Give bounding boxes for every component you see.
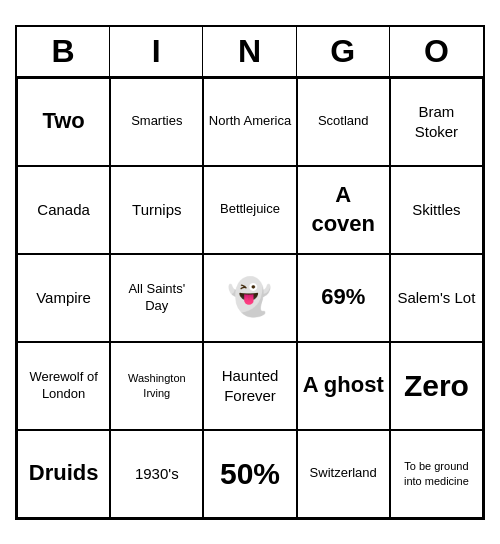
cell-text: Switzerland [310,465,377,482]
cell-text: All Saints' Day [115,281,198,315]
cell-text: Vampire [36,288,91,308]
cell-text: Scotland [318,113,369,130]
cell-text: Salem's Lot [397,288,475,308]
cell-text: Bettlejuice [220,201,280,218]
bingo-cell: Haunted Forever [203,342,296,430]
cell-text: Bram Stoker [395,102,478,141]
cell-text: Washington Irving [115,371,198,400]
ghost-icon: 👻 [227,274,272,321]
cell-text: A coven [302,181,385,238]
bingo-cell: A coven [297,166,390,254]
header-letter: G [297,27,390,76]
cell-text: Zero [404,366,469,405]
bingo-cell: North America [203,78,296,166]
bingo-cell: 👻 [203,254,296,342]
bingo-cell: Zero [390,342,483,430]
cell-text: Skittles [412,200,460,220]
bingo-cell: Werewolf of London [17,342,110,430]
bingo-cell: 50% [203,430,296,518]
cell-text: North America [209,113,291,130]
cell-text: Werewolf of London [22,369,105,403]
bingo-cell: A ghost [297,342,390,430]
bingo-cell: Scotland [297,78,390,166]
header-letter: I [110,27,203,76]
cell-text: 50% [220,454,280,493]
cell-text: Turnips [132,200,181,220]
bingo-cell: Canada [17,166,110,254]
cell-text: Canada [37,200,90,220]
cell-text: A ghost [303,371,384,400]
bingo-cell: All Saints' Day [110,254,203,342]
cell-text: Two [42,107,84,136]
bingo-cell: Switzerland [297,430,390,518]
bingo-cell: Salem's Lot [390,254,483,342]
bingo-cell: 1930's [110,430,203,518]
cell-text: 69% [321,283,365,312]
bingo-cell: 69% [297,254,390,342]
bingo-cell: Turnips [110,166,203,254]
bingo-header: BINGO [17,27,483,78]
cell-text: 1930's [135,464,179,484]
bingo-cell: Skittles [390,166,483,254]
bingo-card: BINGO TwoSmartiesNorth AmericaScotlandBr… [15,25,485,520]
bingo-cell: Two [17,78,110,166]
cell-text: Smarties [131,113,182,130]
cell-text: Druids [29,459,99,488]
bingo-cell: To be ground into medicine [390,430,483,518]
bingo-cell: Druids [17,430,110,518]
bingo-cell: Vampire [17,254,110,342]
bingo-grid: TwoSmartiesNorth AmericaScotlandBram Sto… [17,78,483,518]
cell-text: To be ground into medicine [395,459,478,488]
bingo-cell: Bram Stoker [390,78,483,166]
header-letter: B [17,27,110,76]
bingo-cell: Smarties [110,78,203,166]
bingo-cell: Bettlejuice [203,166,296,254]
bingo-cell: Washington Irving [110,342,203,430]
cell-text: Haunted Forever [208,366,291,405]
header-letter: O [390,27,483,76]
header-letter: N [203,27,296,76]
